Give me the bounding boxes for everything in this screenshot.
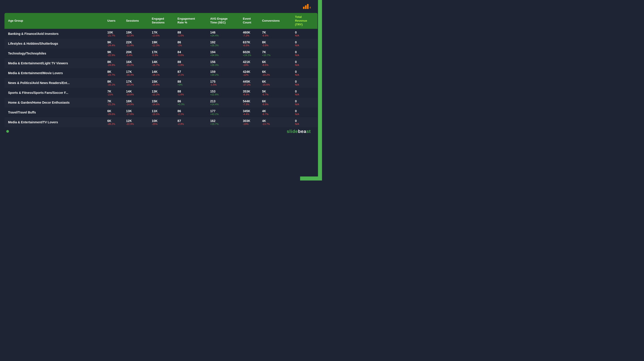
cell-change: -2.8% bbox=[178, 123, 206, 125]
cell-change: -16.7% bbox=[152, 64, 173, 66]
cell-value: 15K bbox=[152, 99, 173, 103]
cell-value: 175 bbox=[210, 80, 238, 83]
cell-revenue-note: N/A bbox=[295, 83, 315, 86]
cell-revenue-value: 0 bbox=[295, 70, 315, 73]
cell-change: +54.9% bbox=[210, 54, 238, 56]
table-cell: 0N/A bbox=[293, 68, 318, 78]
cell-value: 86 bbox=[178, 109, 206, 113]
cell-change: +26.3% bbox=[210, 44, 238, 47]
cell-value: 88 bbox=[178, 60, 206, 64]
cell-change: +3% bbox=[178, 83, 206, 86]
col-header-engaged-sessions: EngagedSessions bbox=[150, 13, 175, 29]
green-dot-icon bbox=[6, 130, 9, 133]
cell-value: 6K bbox=[262, 60, 290, 64]
cell-revenue-value: 0 bbox=[295, 119, 315, 123]
table-cell: 19K-12.3% bbox=[124, 29, 150, 39]
table-row: Lifestyles & Hobbies/Shutterbugs9K-24.4%… bbox=[4, 39, 318, 48]
col-header-conversions: Conversions bbox=[260, 13, 293, 29]
table-cell: 8K-16.1% bbox=[105, 78, 124, 88]
table-cell: 88-1.6% bbox=[175, 88, 208, 98]
cell-revenue-note: N/A bbox=[295, 54, 315, 56]
cell-value: 14K bbox=[152, 70, 173, 73]
cell-value: 10K bbox=[107, 31, 122, 34]
cell-change: -10% bbox=[243, 64, 258, 66]
table-cell: 9K-24.4% bbox=[105, 39, 124, 48]
cell-value: 421K bbox=[243, 60, 258, 64]
col-header-avg-engage-time: AVG EngageTime (SEC) bbox=[208, 13, 240, 29]
table-cell: 14K-18.1% bbox=[150, 68, 175, 78]
table-cell: 14K-10.8% bbox=[124, 88, 150, 98]
table-cell: 0N/A bbox=[293, 58, 318, 68]
table-cell: 0N/A bbox=[293, 88, 318, 98]
table-cell: 10K-25% bbox=[150, 117, 175, 127]
table-row: Media & Entertainment/Movie Lovers8K-23.… bbox=[4, 68, 318, 78]
cell-change: -22.9% bbox=[107, 54, 122, 56]
col-header-sessions: Sessions bbox=[124, 13, 150, 29]
cell-value: 8K bbox=[107, 60, 122, 64]
cell-change: +20.2% bbox=[210, 73, 238, 76]
footer-left bbox=[6, 130, 11, 133]
cell-value: 345K bbox=[243, 109, 258, 113]
table-cell: 13K-17.8% bbox=[124, 107, 150, 117]
cell-value: 88 bbox=[178, 90, 206, 93]
table-cell: 159+20.2% bbox=[208, 68, 240, 78]
table-cell: 12K-22.9% bbox=[124, 117, 150, 127]
cell-value: 17K bbox=[152, 31, 173, 34]
table-cell: 19K-12.3% bbox=[150, 39, 175, 48]
cell-revenue-value: 0 bbox=[295, 90, 315, 93]
table-cell: 4K-13.7% bbox=[260, 117, 293, 127]
table-cell: Technology/Technophiles bbox=[4, 48, 105, 58]
cell-value: 146 bbox=[210, 31, 238, 34]
cell-value: 7K bbox=[262, 50, 290, 54]
cell-age-group: Lifestyles & Hobbies/Shutterbugs bbox=[8, 42, 103, 45]
cell-value: 159 bbox=[210, 70, 238, 73]
cell-value: 162 bbox=[210, 119, 238, 123]
table-cell: 17K-19.2% bbox=[124, 78, 150, 88]
table-cell: 0N/A bbox=[293, 39, 318, 48]
col-header-users: Users bbox=[105, 13, 124, 29]
cell-value: 6K bbox=[107, 109, 122, 113]
cell-value: 14K bbox=[152, 60, 173, 64]
table-cell: Lifestyles & Hobbies/Shutterbugs bbox=[4, 39, 105, 48]
cell-value: 6K bbox=[262, 80, 290, 83]
cell-revenue-note: N/A bbox=[295, 64, 315, 66]
table-cell: Media & Entertainment/Light TV Viewers bbox=[4, 58, 105, 68]
table-row: Travel/Travel Buffs6K-29.6%13K-17.8%11K-… bbox=[4, 107, 318, 117]
cell-value: 7K bbox=[262, 31, 290, 34]
cell-value: 424K bbox=[243, 70, 258, 73]
table-cell: 86-1% bbox=[175, 39, 208, 48]
cell-change: +24.2% bbox=[243, 54, 258, 56]
cell-change: -12% bbox=[243, 73, 258, 76]
green-accent-bottom bbox=[300, 176, 318, 180]
cell-change: -15.2% bbox=[126, 64, 147, 66]
cell-value: 9K bbox=[107, 40, 122, 44]
cell-change: -7.2% bbox=[243, 34, 258, 37]
table-cell: 9K-22.9% bbox=[105, 48, 124, 58]
cell-change: +19.7% bbox=[210, 123, 238, 125]
cell-value: 4K bbox=[262, 109, 290, 113]
table-cell: 213+14.4% bbox=[208, 98, 240, 107]
cell-value: 445K bbox=[243, 80, 258, 83]
cell-value: 177 bbox=[210, 109, 238, 113]
table-cell: 6K-8.9% bbox=[260, 98, 293, 107]
cell-value: 637K bbox=[243, 40, 258, 44]
cell-change: -24.8% bbox=[107, 64, 122, 66]
table-cell: Media & Entertainment/TV Lovers bbox=[4, 117, 105, 127]
table-cell: 87-2.1% bbox=[175, 68, 208, 78]
cell-value: 4K bbox=[262, 119, 290, 123]
cell-change: -3.9% bbox=[262, 44, 290, 47]
table-header: Age Group Users Sessions EngagedSessions… bbox=[4, 13, 318, 29]
cell-change: -19.5% bbox=[152, 113, 173, 115]
col-header-event-count: EventCount bbox=[240, 13, 260, 29]
table-row: Sports & Fitness/Sports Fans/Soccer F...… bbox=[4, 88, 318, 98]
table-cell: 192+26.3% bbox=[208, 39, 240, 48]
ga4-logo-icon: 4 bbox=[303, 4, 311, 9]
table-cell: 10K-21.7% bbox=[105, 29, 124, 39]
cell-change: -25% bbox=[152, 123, 173, 125]
cell-change: -6.5% bbox=[243, 44, 258, 47]
cell-change: -15.6% bbox=[262, 83, 290, 86]
cell-change: -8.7% bbox=[262, 113, 290, 115]
table-row: Technology/Technophiles9K-22.9%20K-0.4%1… bbox=[4, 48, 318, 58]
cell-change: -1.5% bbox=[178, 34, 206, 37]
brand-logo: slidebeast bbox=[287, 129, 311, 134]
